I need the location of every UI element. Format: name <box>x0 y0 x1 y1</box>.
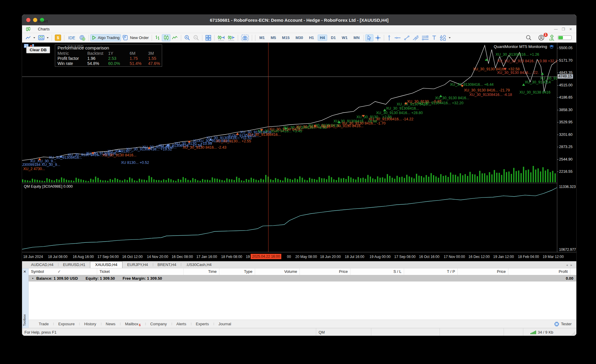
column-header-profit[interactable]: Profit <box>508 268 570 275</box>
trade-annotation: XU_30_9138 8416 <box>519 90 550 94</box>
toolbox-tab-mailbox[interactable]: Mailbox6 <box>120 322 145 326</box>
menu-charts[interactable]: Charts <box>34 25 56 33</box>
fibonacci-tool-button[interactable] <box>420 34 430 41</box>
restore-icon[interactable]: ❐ <box>562 27 565 31</box>
vertical-line-tool-button[interactable] <box>386 34 393 41</box>
balance-profit: 0.00 <box>566 276 576 281</box>
pane-separator[interactable] <box>22 183 577 183</box>
crosshair-tool-button[interactable] <box>373 34 382 41</box>
column-header-ticket[interactable]: Ticket <box>97 268 184 275</box>
close-window-button[interactable] <box>26 18 30 22</box>
chart-symbol-label: XAUUSD, <box>67 44 85 49</box>
bar-chart-mode-button[interactable] <box>153 34 162 41</box>
trade-marker <box>338 121 341 123</box>
performance-header-cell: 1Y <box>108 51 130 56</box>
toolbox-tab-company[interactable]: Company <box>145 322 172 326</box>
menu-insert[interactable]: Insert <box>34 18 56 25</box>
resize-grip[interactable] <box>572 332 575 335</box>
column-header-type[interactable]: Type <box>219 268 255 275</box>
zoom-in-button[interactable] <box>183 34 192 41</box>
shift-end-button[interactable] <box>216 34 226 41</box>
current-price-badge: 4749.15 <box>558 74 573 79</box>
close-icon[interactable]: ✕ <box>569 27 572 31</box>
equity-subwindow[interactable]: QM Equity [3C0A098E] 0.000 <box>22 183 557 252</box>
toolbox-side-tab[interactable]: Toolbox <box>23 314 26 326</box>
channel-tool-button[interactable] <box>411 34 420 41</box>
metaeditor-target-button[interactable] <box>77 34 87 41</box>
chart-tab-eurjpyh4[interactable]: EURJPY,H4 <box>122 262 153 268</box>
toolbox-tab-trade[interactable]: Trade <box>34 322 53 326</box>
timeframe-M15[interactable]: M15 <box>280 35 292 41</box>
chart-tab-brenth4[interactable]: BRENT,H4 <box>153 262 181 268</box>
clear-db-button[interactable]: Clear DB <box>26 46 50 53</box>
column-header-price[interactable]: Price <box>300 268 350 275</box>
status-account[interactable]: QM <box>316 328 371 336</box>
horizontal-line-tool-button[interactable] <box>393 34 402 41</box>
tester-button[interactable]: Tester <box>554 321 576 327</box>
tab-scroll-left-icon[interactable]: ◂ <box>566 263 568 267</box>
shapes-tool-button[interactable] <box>438 34 452 41</box>
chart-profile-button[interactable] <box>24 34 37 41</box>
cursor-tool-button[interactable] <box>365 34 373 41</box>
timeframe-M1[interactable]: M1 <box>257 35 267 41</box>
toolbox-tab-news[interactable]: News <box>101 322 120 326</box>
line-chart-mode-button[interactable] <box>170 34 179 41</box>
performance-value: 1.55 <box>148 56 164 61</box>
screenshot-button[interactable] <box>240 34 250 41</box>
market-watch-button[interactable]: $ <box>53 34 63 41</box>
algo-trading-button[interactable]: Algo Trading <box>90 34 121 41</box>
column-header-sl[interactable]: S / L <box>350 268 404 275</box>
trade-annotation: XU_30_91308416... <box>386 106 419 111</box>
minimize-icon[interactable]: — <box>554 27 558 31</box>
quantmonitor-watermark: QuantMonitor MT5 Monitoring <box>494 44 554 49</box>
time-axis[interactable]: 18 Jun 202418 Jul 08:0016 Aug 16:0017 Se… <box>22 253 577 261</box>
toolbox-tab-experts[interactable]: Experts <box>191 322 214 326</box>
column-header-time[interactable]: Time <box>184 268 219 275</box>
tab-scroll-right-icon[interactable]: ▸ <box>571 263 572 267</box>
timeframe-H1[interactable]: H1 <box>307 35 316 41</box>
price-axis[interactable]: 5500.055171.704843.354515.004186.653858.… <box>557 43 577 252</box>
toolbox-close-icon[interactable]: ✕ <box>23 270 26 274</box>
chart-tab-xauusdh4[interactable]: XAUUSD,H4 <box>90 261 122 268</box>
time-axis-label: 14 Nov 20:00 <box>147 255 168 259</box>
indicators-button[interactable] <box>37 34 50 41</box>
chart-tab-eurusdh1[interactable]: EURUSD,H1 <box>58 262 90 268</box>
window-title: 67150681 - RoboForex-ECN: Demo Account -… <box>22 18 576 23</box>
text-tool-button[interactable] <box>430 34 438 41</box>
search-button[interactable] <box>524 34 533 41</box>
trendline-tool-button[interactable] <box>402 34 411 41</box>
price-axis-label: 3201.60 <box>559 133 572 137</box>
timeframe-H4[interactable]: H4 <box>318 35 328 41</box>
toolbox-tab-alerts[interactable]: Alerts <box>172 322 191 326</box>
timeframe-MN[interactable]: MN <box>351 35 362 41</box>
auto-scroll-button[interactable] <box>226 34 236 41</box>
trade-marker <box>260 129 263 131</box>
menu-view[interactable]: View <box>34 14 56 18</box>
balance-row[interactable]: • Balance: 1 309.50 USD Equity: 1 309.50… <box>29 275 576 281</box>
timeframe-W1[interactable]: W1 <box>339 35 350 41</box>
ide-button[interactable]: IDE <box>66 34 77 41</box>
battery-indicator <box>558 35 572 40</box>
toolbox-tab-exposure[interactable]: Exposure <box>53 322 79 326</box>
timeframe-M5[interactable]: M5 <box>268 35 278 41</box>
candlestick-mode-button[interactable] <box>162 34 170 41</box>
column-header-tp[interactable]: T / P <box>404 268 458 275</box>
timeframe-M30[interactable]: M30 <box>293 35 305 41</box>
toolbox-tab-journal[interactable]: Journal <box>214 322 236 326</box>
lvl-indicator[interactable]: LVL <box>550 35 554 41</box>
toolbox-tab-history[interactable]: History <box>79 322 101 326</box>
tile-windows-button[interactable] <box>204 34 213 41</box>
column-header-volume[interactable]: Volume <box>255 268 300 275</box>
column-header-price[interactable]: Price <box>458 268 508 275</box>
mailbox-count-badge: 6 <box>139 323 141 327</box>
new-order-button[interactable]: New Order <box>121 34 150 41</box>
chart-tab-us30cashh4[interactable]: .US30Cash,H4 <box>181 262 216 268</box>
account-button[interactable]: 1 <box>537 34 546 41</box>
timeframe-D1[interactable]: D1 <box>328 35 338 41</box>
chart-tab-audcadh4[interactable]: AUDCAD,H4 <box>26 262 58 268</box>
column-header-symbol[interactable]: Symbol✓ <box>29 268 97 275</box>
status-traffic[interactable]: 34 / 9 Kb <box>523 328 576 336</box>
zoom-out-button[interactable] <box>192 34 201 41</box>
trade-marker <box>313 124 316 127</box>
toolbox-tab-label: Company <box>150 322 167 326</box>
